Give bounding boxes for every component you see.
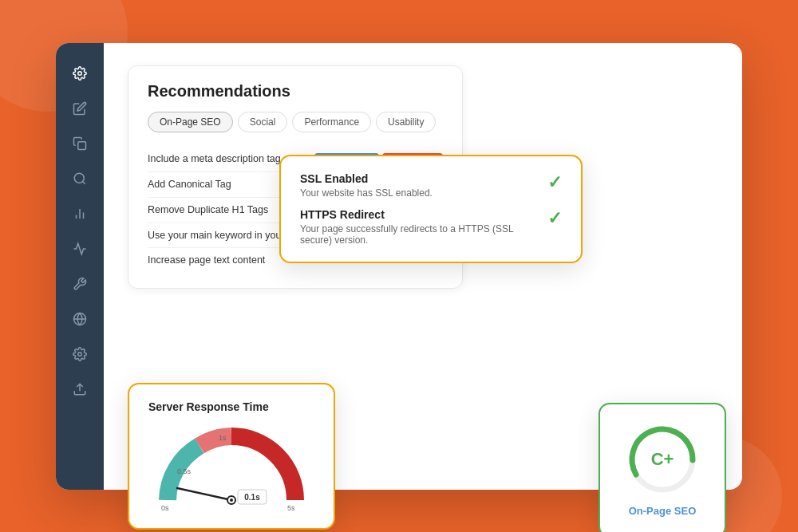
svg-text:5s: 5s: [287, 504, 295, 512]
svg-point-2: [74, 173, 84, 183]
server-response-card: Server Response Time 0s 0.5s 1s 5s: [128, 383, 335, 530]
svg-point-0: [78, 71, 82, 75]
score-grade: C+: [651, 449, 674, 470]
gauge-container: 0s 0.5s 1s 5s 0.1s: [148, 424, 314, 512]
ssl-item-https: HTTPS Redirect Your page successfully re…: [300, 208, 562, 246]
svg-point-8: [78, 352, 82, 356]
tab-usability[interactable]: Usability: [376, 112, 436, 132]
recommendations-title: Recommendations: [148, 82, 443, 100]
main-card: Recommendations On-Page SEO Social Perfo…: [56, 43, 742, 490]
ssl-item-enabled: SSL Enabled Your website has SSL enabled…: [300, 172, 562, 199]
gauge-svg: 0s 0.5s 1s 5s 0.1s: [152, 424, 311, 512]
sidebar-icon-analytics[interactable]: [65, 234, 94, 263]
ssl-enabled-desc: Your website has SSL enabled.: [300, 187, 536, 199]
sidebar: [56, 43, 104, 490]
ssl-text-enabled: SSL Enabled Your website has SSL enabled…: [300, 172, 536, 199]
sidebar-icon-gear[interactable]: [65, 340, 94, 368]
ssl-enabled-title: SSL Enabled: [300, 172, 536, 185]
ssl-text-https: HTTPS Redirect Your page successfully re…: [300, 208, 536, 246]
svg-text:0s: 0s: [161, 504, 169, 512]
server-card-title: Server Response Time: [148, 400, 314, 413]
svg-rect-1: [78, 141, 86, 149]
tab-social[interactable]: Social: [238, 112, 288, 132]
svg-text:1s: 1s: [219, 434, 227, 442]
rec-label-h1: Remove Duplicate H1 Tags: [148, 204, 268, 215]
sidebar-icon-copy[interactable]: [65, 129, 94, 158]
sidebar-icon-search[interactable]: [65, 164, 94, 193]
tab-performance[interactable]: Performance: [292, 112, 371, 132]
ssl-https-desc: Your page successfully redirects to a HT…: [300, 223, 536, 246]
sidebar-icon-tool[interactable]: [65, 270, 94, 298]
svg-text:0.1s: 0.1s: [244, 493, 260, 502]
score-ring-container: C+: [626, 424, 698, 495]
svg-line-14: [177, 488, 231, 500]
ssl-https-title: HTTPS Redirect: [300, 208, 536, 221]
svg-point-16: [230, 499, 233, 502]
rec-label-canonical: Add Canonical Tag: [148, 179, 231, 190]
sidebar-icon-upload[interactable]: [65, 375, 94, 404]
ssl-card: SSL Enabled Your website has SSL enabled…: [279, 155, 583, 263]
tab-on-page-seo[interactable]: On-Page SEO: [148, 112, 233, 132]
ssl-check-icon-2: ✓: [547, 208, 562, 229]
svg-text:0.5s: 0.5s: [177, 467, 192, 475]
sidebar-icon-settings[interactable]: [65, 59, 94, 88]
score-label: On-Page SEO: [629, 505, 697, 517]
rec-label-meta: Include a meta description tag: [148, 153, 281, 164]
sidebar-icon-globe[interactable]: [65, 305, 94, 333]
sidebar-icon-edit[interactable]: [65, 94, 94, 123]
rec-label-content: Increase page text content: [148, 254, 265, 266]
ssl-check-icon-1: ✓: [547, 172, 562, 193]
score-card: C+ On-Page SEO: [598, 403, 726, 533]
tabs-row: On-Page SEO Social Performance Usability: [148, 112, 443, 132]
content-area: Recommendations On-Page SEO Social Perfo…: [104, 43, 742, 490]
sidebar-icon-chart[interactable]: [65, 199, 94, 228]
